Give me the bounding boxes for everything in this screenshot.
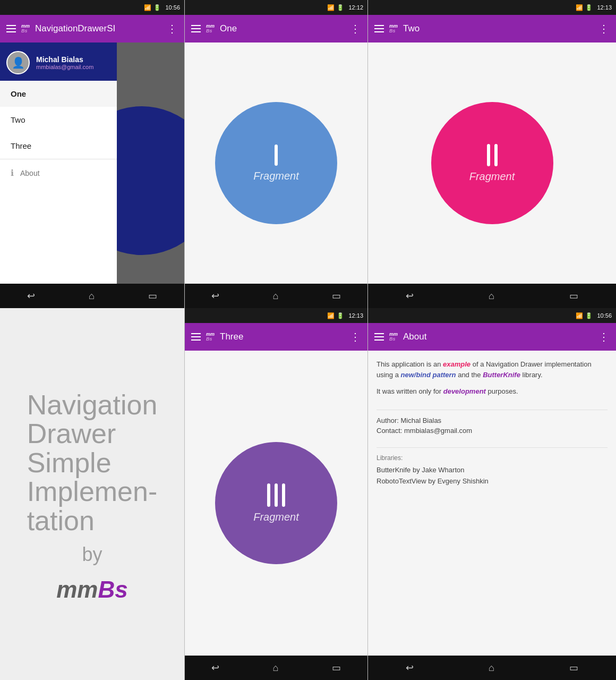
drawer-header: 👤 Michal Bialas mmbialas@gmail.com (0, 42, 117, 81)
bar-two-container (487, 144, 498, 166)
home-btn-2[interactable]: ⌂ (273, 291, 279, 302)
about-highlight-newbind: new/bind pattern (401, 371, 456, 379)
time-4: 12:13 (348, 312, 363, 319)
menu-icon-3[interactable]: ⋮ (598, 22, 610, 35)
screen5-about: 📶 🔋 10:56 mm Bs About ⋮ This application… (368, 308, 616, 680)
status-bar-3: 📶 🔋 12:13 (368, 0, 616, 15)
fragment-label-two: Fragment (469, 171, 515, 183)
logo-2: mm Bs (206, 24, 215, 33)
recents-btn-5[interactable]: ▭ (569, 662, 578, 674)
about-divider-2 (377, 447, 608, 448)
wifi-icon-4: 📶 (327, 312, 335, 319)
wifi-icon-5: 📶 (576, 312, 583, 319)
info-icon: ℹ (11, 168, 14, 178)
home-btn-5[interactable]: ⌂ (489, 662, 494, 674)
logo-5: mm Bs (389, 332, 398, 342)
bar-two-2 (494, 144, 498, 166)
about-content: This application is an example of a Navi… (368, 351, 616, 656)
battery-icon-4: 🔋 (337, 312, 344, 319)
status-bar-1: 📶 🔋 10:56 (0, 0, 184, 15)
menu-icon-4[interactable]: ⋮ (350, 330, 361, 343)
recents-btn-3[interactable]: ▭ (569, 290, 578, 302)
hamburger-icon-2[interactable] (191, 25, 201, 32)
hamburger-icon-5[interactable] (374, 333, 384, 341)
fragment-circle-three: Fragment (215, 442, 337, 564)
bar-three-2 (275, 483, 278, 507)
drawer-user-email: mmbialas@gmail.com (36, 64, 93, 70)
bar-one-container (275, 144, 278, 166)
promo-by: by (82, 543, 102, 566)
recents-btn-2[interactable]: ▭ (332, 290, 341, 302)
screen3-two: 📶 🔋 12:13 mm Bs Two ⋮ Fragment (368, 0, 616, 308)
home-btn-4[interactable]: ⌂ (273, 662, 279, 674)
drawer-items: One Two Three ℹ About (0, 81, 117, 284)
about-text-purpose: It was written only for development purp… (377, 386, 608, 397)
bar-three-container (267, 483, 285, 507)
toolbar-title-1: NavigationDrawerSI (35, 23, 161, 34)
menu-icon-1[interactable]: ⋮ (167, 22, 178, 35)
drawer-item-two[interactable]: Two (0, 107, 117, 133)
fragment-three: Fragment (185, 351, 367, 656)
fragment-one: Fragment (185, 42, 367, 284)
drawer-item-three[interactable]: Three (0, 133, 117, 159)
about-lib2: RobotoTextView by Evgeny Shishkin (377, 477, 608, 485)
status-icons-1: 📶 🔋 10:56 (144, 4, 180, 11)
battery-icon-3: 🔋 (585, 4, 593, 11)
recents-button[interactable]: ▭ (148, 290, 157, 302)
screen2-one: 📶 🔋 12:12 mm Bs One ⋮ Fragment ↩ (184, 0, 368, 308)
about-highlight-butterknife: ButterKnife (483, 371, 520, 379)
fragment-two: Fragment (368, 42, 616, 284)
promo-logo: mmBs (56, 576, 128, 603)
hamburger-icon[interactable] (6, 25, 16, 32)
about-contact: Contact: mmbialas@gmail.com (377, 427, 608, 435)
avatar-icon: 👤 (12, 56, 25, 69)
toolbar-3: mm Bs Two ⋮ (368, 15, 616, 42)
about-highlight-development: development (443, 387, 486, 395)
logo-3: mm Bs (389, 24, 398, 33)
back-btn-4[interactable]: ↩ (211, 662, 219, 674)
hamburger-icon-4[interactable] (191, 333, 201, 341)
toolbar-4: mm Bs Three ⋮ (185, 323, 367, 351)
about-highlight-example: example (443, 360, 470, 368)
status-bar-5: 📶 🔋 10:56 (368, 308, 616, 323)
back-btn-3[interactable]: ↩ (406, 290, 414, 302)
avatar: 👤 (6, 51, 30, 74)
promo-logo-bs: Bs (98, 576, 128, 602)
bar-three-3 (282, 483, 285, 507)
recents-btn-4[interactable]: ▭ (332, 662, 341, 674)
status-bar-4: 📶 🔋 12:13 (185, 308, 367, 323)
back-btn-5[interactable]: ↩ (406, 662, 414, 674)
back-button[interactable]: ↩ (27, 290, 35, 302)
menu-icon-2[interactable]: ⋮ (350, 22, 361, 35)
fragment-label-one: Fragment (253, 170, 299, 182)
drawer-item-one[interactable]: One (0, 81, 117, 107)
nav-bar-1: ↩ ⌂ ▭ (0, 284, 184, 308)
about-divider-1 (377, 410, 608, 410)
drawer-user-name: Michal Bialas (36, 55, 93, 64)
menu-icon-5[interactable]: ⋮ (598, 330, 610, 343)
logo-1: mm Bs (21, 24, 30, 33)
drawer-user-info: Michal Bialas mmbialas@gmail.com (36, 55, 93, 70)
battery-icon-2: 🔋 (337, 4, 344, 11)
home-btn-3[interactable]: ⌂ (489, 291, 494, 302)
time-1: 10:56 (165, 4, 180, 11)
drawer-item-about[interactable]: ℹ About (0, 159, 117, 186)
screen4-three: 📶 🔋 12:13 mm Bs Three ⋮ Fragment (184, 308, 368, 680)
about-text-intro: This application is an example of a Navi… (377, 359, 608, 380)
time-2: 12:12 (348, 4, 363, 11)
promo-title: NavigationDrawerSimpleImplemen-tation (27, 390, 158, 536)
promo-section: NavigationDrawerSimpleImplemen-tation by… (0, 308, 184, 680)
nav-bar-4: ↩ ⌂ ▭ (185, 656, 367, 680)
home-button[interactable]: ⌂ (89, 291, 95, 302)
toolbar-5: mm Bs About ⋮ (368, 323, 616, 351)
toolbar-title-4: Three (220, 332, 345, 342)
battery-icon: 🔋 (153, 4, 161, 11)
about-libraries-label: Libraries: (377, 454, 608, 462)
wifi-icon-3: 📶 (576, 4, 583, 11)
hamburger-icon-3[interactable] (374, 25, 384, 32)
toolbar-title-3: Two (403, 23, 593, 34)
about-lib1: ButterKnife by Jake Wharton (377, 466, 608, 474)
back-btn-2[interactable]: ↩ (211, 290, 219, 302)
toolbar-title-5: About (403, 332, 593, 342)
fragment-label-three: Fragment (253, 511, 299, 523)
